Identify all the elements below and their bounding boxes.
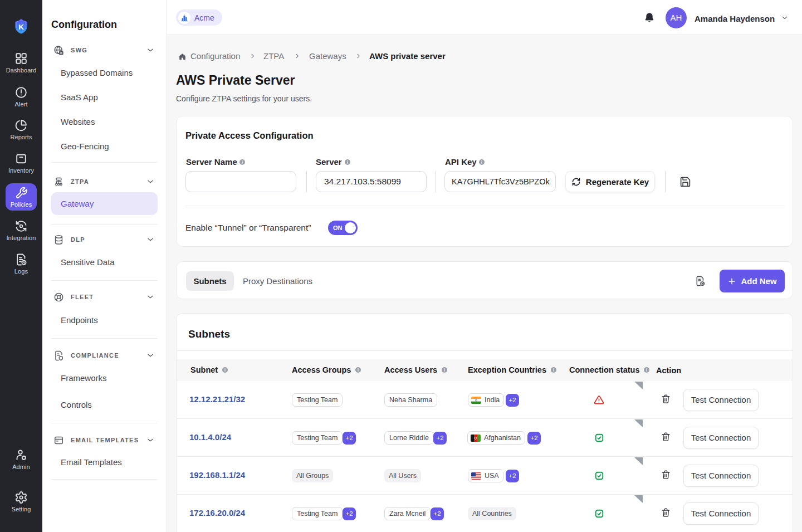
svg-text:K: K <box>18 23 24 31</box>
